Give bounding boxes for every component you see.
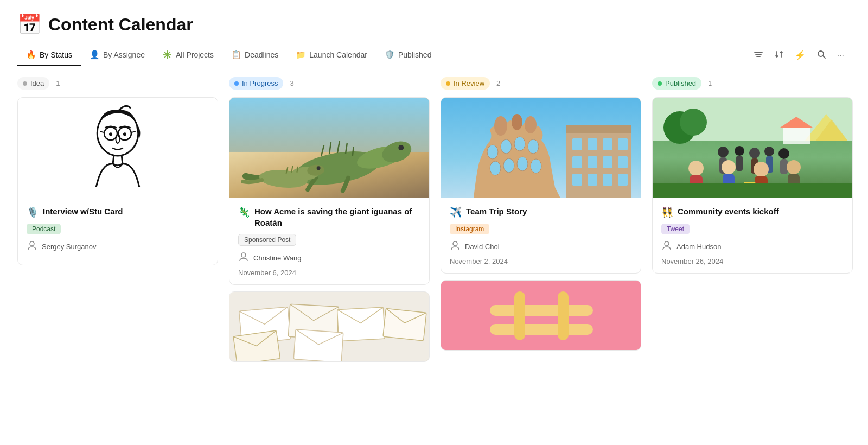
svg-point-74 <box>680 109 707 136</box>
column-header-published: Published 1 <box>652 77 853 90</box>
svg-rect-57 <box>572 174 582 186</box>
svg-rect-59 <box>603 174 612 186</box>
column-header-idea: Idea 1 <box>17 77 218 90</box>
svg-point-36 <box>487 145 498 159</box>
svg-rect-31 <box>337 307 385 341</box>
svg-line-14 <box>113 155 114 164</box>
card-title-row-iguanas: 🦎 How Acme is saving the giant iguanas o… <box>238 206 420 228</box>
svg-point-75 <box>718 147 729 157</box>
card-hashtag[interactable] <box>441 280 641 351</box>
svg-point-40 <box>490 161 501 175</box>
column-in-review: In Review 2 <box>441 77 641 430</box>
status-badge-published: Published <box>652 77 701 90</box>
svg-point-95 <box>665 241 669 246</box>
svg-rect-60 <box>618 174 628 186</box>
card-body-trip: ✈️ Team Trip Story Instagram David Choi <box>441 198 641 273</box>
person-icon: 👤 <box>90 50 100 60</box>
svg-rect-71 <box>783 128 810 144</box>
card-meta-iguanas: Christine Wang <box>238 251 420 264</box>
svg-point-37 <box>501 139 512 154</box>
sort-icon[interactable] <box>772 47 786 63</box>
lightning-icon[interactable]: ⚡ <box>793 48 808 62</box>
svg-rect-64 <box>490 324 593 335</box>
svg-rect-65 <box>514 291 525 340</box>
card-community-events[interactable]: 👯 Community events kickoff Tweet Adam Hu… <box>652 97 853 274</box>
svg-rect-48 <box>566 125 631 133</box>
card-body-community: 👯 Community events kickoff Tweet Adam Hu… <box>653 198 852 273</box>
avatar-christine <box>238 251 249 264</box>
svg-rect-50 <box>588 138 597 150</box>
tab-all-projects[interactable]: ✳️ All Projects <box>154 44 222 66</box>
app-header: 📅 Content Calendar 🔥 By Status 👤 By Assi… <box>0 0 868 66</box>
card-meta-author: Sergey Surganov <box>27 240 209 253</box>
svg-rect-54 <box>588 156 597 168</box>
card-title-row: 🎙️ Interview w/Stu Card <box>27 206 209 218</box>
svg-point-39 <box>528 139 539 154</box>
card-meta-trip: David Choi <box>450 240 632 253</box>
card-iguanas[interactable]: 🦎 How Acme is saving the giant iguanas o… <box>229 97 430 285</box>
toolbar-icons: ⚡ ··· <box>751 47 851 63</box>
page-title: Content Calendar <box>48 15 193 35</box>
svg-line-4 <box>823 56 825 58</box>
tab-by-status[interactable]: 🔥 By Status <box>17 44 81 66</box>
avatar-icon <box>27 240 37 253</box>
svg-rect-55 <box>603 156 612 168</box>
svg-rect-32 <box>383 308 426 341</box>
svg-point-43 <box>531 159 541 173</box>
avatar-adam <box>661 240 672 253</box>
column-header-inprogress: In Progress 3 <box>229 77 430 90</box>
status-badge-idea: Idea <box>17 77 49 90</box>
nav-tabs: 🔥 By Status 👤 By Assignee ✳️ All Project… <box>17 44 851 66</box>
status-dot-idea <box>23 81 27 86</box>
card-image-lizard <box>229 98 429 198</box>
tab-by-assignee[interactable]: 👤 By Assignee <box>81 44 154 66</box>
card-title-row-trip: ✈️ Team Trip Story <box>450 206 632 218</box>
svg-point-89 <box>754 162 769 177</box>
svg-rect-53 <box>572 156 582 168</box>
svg-point-79 <box>749 148 760 158</box>
asterisk-icon: ✳️ <box>162 50 173 60</box>
svg-point-87 <box>722 160 736 174</box>
card-team-trip[interactable]: ✈️ Team Trip Story Instagram David Choi <box>441 97 641 274</box>
svg-rect-66 <box>558 291 569 340</box>
filter-icon[interactable] <box>751 47 765 63</box>
tag-sponsored: Sponsored Post <box>238 234 296 246</box>
search-icon[interactable] <box>814 47 828 63</box>
status-dot-inreview <box>446 81 450 86</box>
svg-point-83 <box>778 148 789 159</box>
mic-icon: 🎙️ <box>27 206 39 218</box>
tag-podcast: Podcast <box>27 224 61 234</box>
svg-rect-51 <box>603 138 612 150</box>
card-date-iguanas: November 6, 2024 <box>238 269 420 277</box>
card-image-envelopes <box>229 292 429 362</box>
status-badge-inreview: In Review <box>441 77 490 90</box>
card-image-festival <box>653 98 852 198</box>
svg-point-12 <box>109 132 112 136</box>
svg-rect-94 <box>653 183 853 198</box>
column-published: Published 1 <box>652 77 853 430</box>
tag-tweet: Tweet <box>661 224 690 234</box>
shield-icon: 🛡️ <box>385 50 395 60</box>
card-body-iguanas: 🦎 How Acme is saving the giant iguanas o… <box>229 198 429 284</box>
tag-instagram: Instagram <box>450 224 489 234</box>
svg-point-61 <box>453 241 457 246</box>
status-badge-inprogress: In Progress <box>229 77 283 90</box>
svg-point-26 <box>317 166 321 170</box>
svg-rect-84 <box>780 159 788 174</box>
card-envelopes[interactable] <box>229 291 430 362</box>
card-title-row-community: 👯 Community events kickoff <box>661 206 844 218</box>
svg-point-91 <box>787 160 801 174</box>
more-icon[interactable]: ··· <box>835 48 846 62</box>
tab-launch-calendar[interactable]: 📁 Launch Calendar <box>287 44 376 66</box>
card-image-hashtag <box>441 281 641 351</box>
svg-point-38 <box>514 137 525 151</box>
svg-point-27 <box>241 253 246 257</box>
card-date-community: November 26, 2024 <box>661 257 844 265</box>
tab-deadlines[interactable]: 📋 Deadlines <box>222 44 287 66</box>
svg-line-15 <box>122 155 123 164</box>
tab-published[interactable]: 🛡️ Published <box>376 44 441 66</box>
svg-point-46 <box>525 116 537 134</box>
svg-point-77 <box>735 146 744 156</box>
column-header-inreview: In Review 2 <box>441 77 641 90</box>
card-interview-stu[interactable]: 🎙️ Interview w/Stu Card Podcast Sergey S… <box>17 97 218 265</box>
